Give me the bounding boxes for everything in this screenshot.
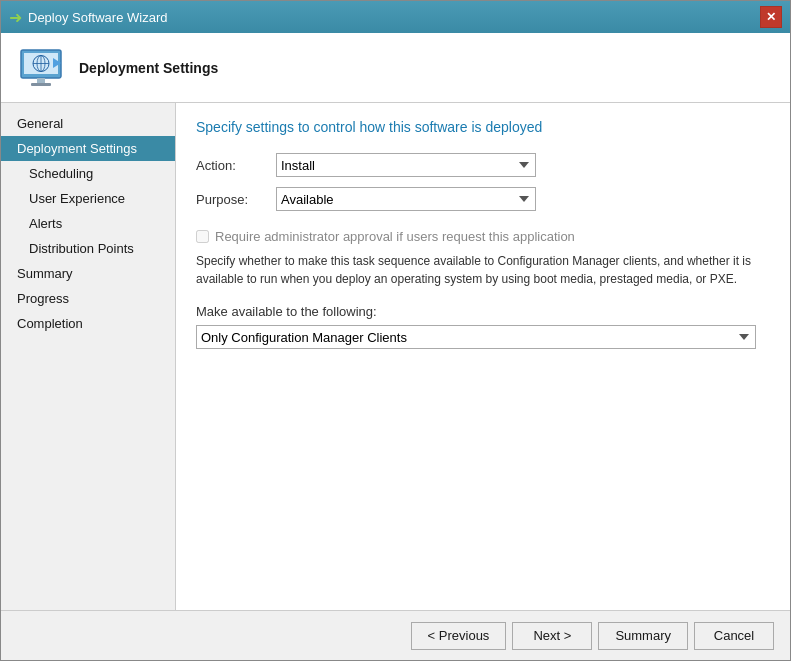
- sidebar-item-completion[interactable]: Completion: [1, 311, 175, 336]
- summary-button[interactable]: Summary: [598, 622, 688, 650]
- action-select[interactable]: Install Uninstall: [276, 153, 536, 177]
- approval-checkbox-label: Require administrator approval if users …: [215, 229, 575, 244]
- title-bar: ➜ Deploy Software Wizard ✕: [1, 1, 790, 33]
- svg-rect-7: [31, 83, 51, 86]
- previous-button[interactable]: < Previous: [411, 622, 507, 650]
- deployment-icon: [17, 44, 65, 92]
- main-content: General Deployment Settings Scheduling U…: [1, 103, 790, 610]
- purpose-select[interactable]: Available Required: [276, 187, 536, 211]
- next-button[interactable]: Next >: [512, 622, 592, 650]
- title-bar-arrow-icon: ➜: [9, 8, 22, 27]
- bottom-bar: < Previous Next > Summary Cancel: [1, 610, 790, 660]
- purpose-row: Purpose: Available Required: [196, 187, 770, 211]
- close-button[interactable]: ✕: [760, 6, 782, 28]
- content-area: Specify settings to control how this sof…: [176, 103, 790, 610]
- wizard-window: ➜ Deploy Software Wizard ✕: [0, 0, 791, 661]
- sidebar-item-scheduling[interactable]: Scheduling: [1, 161, 175, 186]
- sidebar-item-distribution-points[interactable]: Distribution Points: [1, 236, 175, 261]
- content-heading: Specify settings to control how this sof…: [196, 119, 770, 135]
- description-text: Specify whether to make this task sequen…: [196, 252, 756, 288]
- title-bar-left: ➜ Deploy Software Wizard: [9, 8, 167, 27]
- approval-checkbox-row: Require administrator approval if users …: [196, 229, 770, 244]
- sidebar-item-deployment-settings[interactable]: Deployment Settings: [1, 136, 175, 161]
- purpose-label: Purpose:: [196, 192, 276, 207]
- action-row: Action: Install Uninstall: [196, 153, 770, 177]
- approval-checkbox[interactable]: [196, 230, 209, 243]
- header-section: Deployment Settings: [1, 33, 790, 103]
- window-title: Deploy Software Wizard: [28, 10, 167, 25]
- sidebar: General Deployment Settings Scheduling U…: [1, 103, 176, 610]
- make-available-label: Make available to the following:: [196, 304, 770, 319]
- sidebar-item-alerts[interactable]: Alerts: [1, 211, 175, 236]
- sidebar-item-user-experience[interactable]: User Experience: [1, 186, 175, 211]
- cancel-button[interactable]: Cancel: [694, 622, 774, 650]
- sidebar-item-summary[interactable]: Summary: [1, 261, 175, 286]
- make-available-select[interactable]: Only Configuration Manager Clients Confi…: [196, 325, 756, 349]
- sidebar-item-general[interactable]: General: [1, 111, 175, 136]
- svg-rect-6: [37, 78, 45, 83]
- sidebar-item-progress[interactable]: Progress: [1, 286, 175, 311]
- close-icon: ✕: [766, 10, 776, 24]
- action-label: Action:: [196, 158, 276, 173]
- header-title: Deployment Settings: [79, 60, 218, 76]
